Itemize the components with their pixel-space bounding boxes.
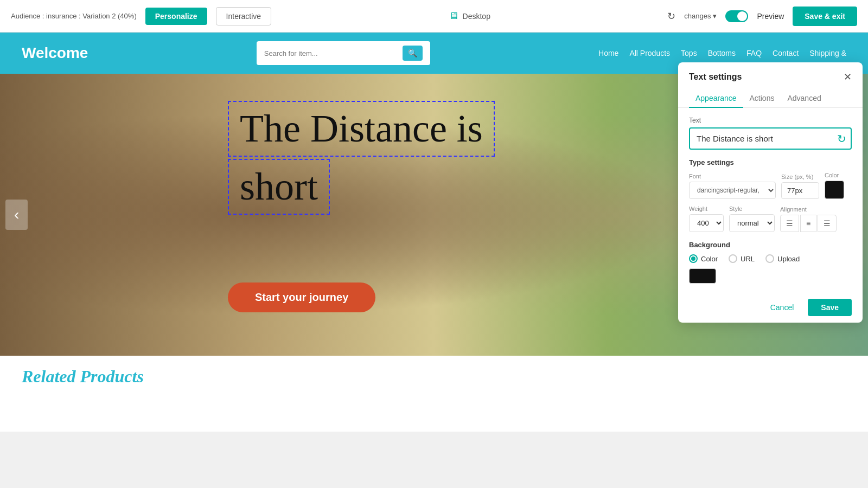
style-label: Style bbox=[729, 206, 775, 212]
align-right-button[interactable]: ☰ bbox=[818, 215, 837, 232]
nav-shipping[interactable]: Shipping & bbox=[809, 49, 846, 57]
personalize-button[interactable]: Personalize bbox=[145, 8, 207, 25]
cta-button[interactable]: Start your journey bbox=[228, 282, 375, 312]
weight-field: Weight 400 300 500 600 700 bbox=[689, 206, 724, 232]
text-field-input[interactable] bbox=[689, 127, 852, 150]
related-section: Related Products bbox=[0, 356, 868, 432]
hero-text-container: The Distance is short bbox=[228, 101, 495, 215]
close-button[interactable]: ✕ bbox=[844, 71, 852, 83]
text-refresh-button[interactable]: ↻ bbox=[837, 132, 846, 145]
desktop-label: Desktop bbox=[463, 12, 490, 21]
bg-color-swatch[interactable] bbox=[689, 268, 716, 284]
top-bar-center: 🖥 Desktop bbox=[449, 10, 490, 22]
alignment-label: Alignment bbox=[780, 206, 837, 213]
tab-appearance[interactable]: Appearance bbox=[689, 89, 743, 108]
alignment-buttons: ☰ ≡ ☰ bbox=[780, 215, 837, 232]
background-label: Background bbox=[689, 241, 852, 249]
website-area: Welcome 🔍 Home All Products Tops Bottoms… bbox=[0, 33, 868, 488]
text-element-2[interactable]: short bbox=[228, 159, 330, 215]
related-title: Related Products bbox=[22, 367, 846, 387]
nav-faq[interactable]: FAQ bbox=[746, 49, 762, 57]
size-label: Size (px, %) bbox=[781, 174, 819, 180]
tab-actions[interactable]: Actions bbox=[743, 89, 781, 108]
top-bar: Audience : insurance : Variation 2 (40%)… bbox=[0, 0, 868, 33]
color-swatch[interactable] bbox=[825, 181, 844, 199]
desktop-icon: 🖥 bbox=[449, 10, 458, 22]
nav-bottoms[interactable]: Bottoms bbox=[708, 49, 736, 57]
bg-upload-label: Upload bbox=[777, 255, 800, 263]
type-settings-row: Font dancingscript-regular, "... Size (p… bbox=[689, 172, 852, 199]
size-input[interactable] bbox=[781, 182, 819, 199]
search-input[interactable] bbox=[264, 49, 398, 57]
text-element-1[interactable]: The Distance is bbox=[228, 101, 495, 157]
hero-text-line2: short bbox=[240, 165, 318, 208]
bg-color-option[interactable]: Color bbox=[689, 254, 718, 263]
background-options: Color URL Upload bbox=[689, 254, 852, 263]
text-field-label: Text bbox=[689, 117, 852, 124]
refresh-button[interactable]: ↻ bbox=[667, 10, 675, 22]
align-center-button[interactable]: ≡ bbox=[800, 215, 816, 232]
store-logo: Welcome bbox=[22, 44, 88, 62]
tab-advanced[interactable]: Advanced bbox=[781, 89, 827, 108]
nav-contact[interactable]: Contact bbox=[773, 49, 799, 57]
changes-label: changes bbox=[684, 12, 711, 20]
weight-label: Weight bbox=[689, 206, 724, 212]
style-field: Style normal italic oblique bbox=[729, 206, 775, 232]
top-bar-left: Audience : insurance : Variation 2 (40%)… bbox=[11, 7, 271, 25]
settings-panel: Text settings ✕ Appearance Actions Advan… bbox=[678, 62, 863, 323]
chevron-down-icon: ▾ bbox=[713, 12, 717, 20]
font-select[interactable]: dancingscript-regular, "... bbox=[689, 182, 776, 199]
hero-text-line1: The Distance is bbox=[240, 107, 483, 150]
carousel-prev-button[interactable]: ‹ bbox=[5, 200, 28, 230]
interactive-button[interactable]: Interactive bbox=[216, 7, 272, 25]
cancel-button[interactable]: Cancel bbox=[762, 299, 803, 316]
nav-all-products[interactable]: All Products bbox=[629, 49, 670, 57]
align-left-button[interactable]: ☰ bbox=[780, 215, 799, 232]
audience-text: Audience : insurance : Variation 2 (40%) bbox=[11, 12, 137, 20]
panel-tabs: Appearance Actions Advanced bbox=[678, 89, 863, 108]
weight-style-row: Weight 400 300 500 600 700 Style normal … bbox=[689, 206, 852, 232]
weight-select[interactable]: 400 300 500 600 700 bbox=[689, 214, 724, 232]
bg-url-radio[interactable] bbox=[729, 254, 737, 263]
preview-toggle[interactable] bbox=[725, 10, 748, 22]
bg-color-label: Color bbox=[701, 255, 718, 263]
type-settings-label: Type settings bbox=[689, 158, 852, 166]
color-label: Color bbox=[825, 172, 844, 178]
bg-url-option[interactable]: URL bbox=[729, 254, 755, 263]
text-input-wrapper: ↻ bbox=[689, 127, 852, 150]
font-label: Font bbox=[689, 173, 776, 179]
save-exit-button[interactable]: Save & exit bbox=[793, 7, 857, 26]
nav-tops[interactable]: Tops bbox=[681, 49, 697, 57]
bg-upload-option[interactable]: Upload bbox=[765, 254, 800, 263]
bg-upload-radio[interactable] bbox=[765, 254, 774, 263]
changes-button[interactable]: changes ▾ bbox=[684, 12, 717, 20]
panel-save-button[interactable]: Save bbox=[808, 299, 852, 316]
nav-home[interactable]: Home bbox=[598, 49, 618, 57]
search-button[interactable]: 🔍 bbox=[403, 46, 423, 61]
panel-title: Text settings bbox=[689, 72, 742, 82]
panel-header: Text settings ✕ bbox=[678, 62, 863, 83]
size-field: Size (px, %) bbox=[781, 174, 819, 199]
alignment-field: Alignment ☰ ≡ ☰ bbox=[780, 206, 837, 232]
font-field: Font dancingscript-regular, "... bbox=[689, 173, 776, 199]
bg-color-radio[interactable] bbox=[689, 254, 698, 263]
toggle-knob bbox=[737, 11, 747, 21]
color-field: Color bbox=[825, 172, 844, 199]
search-bar: 🔍 bbox=[257, 41, 430, 65]
style-select[interactable]: normal italic oblique bbox=[729, 214, 775, 232]
top-bar-right: ↻ changes ▾ Preview Save & exit bbox=[667, 7, 857, 26]
nav-links: Home All Products Tops Bottoms FAQ Conta… bbox=[598, 49, 846, 57]
panel-body: Text ↻ Type settings Font dancingscript-… bbox=[678, 108, 863, 292]
preview-label: Preview bbox=[757, 12, 784, 21]
bg-url-label: URL bbox=[741, 255, 755, 263]
panel-footer: Cancel Save bbox=[678, 292, 863, 323]
